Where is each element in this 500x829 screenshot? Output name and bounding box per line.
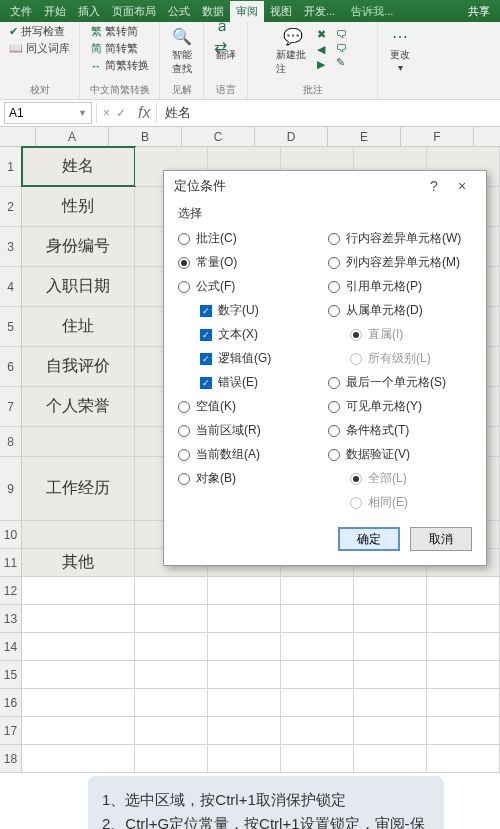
cell[interactable]: [354, 745, 427, 772]
cell[interactable]: [135, 689, 208, 716]
check-errors[interactable]: 错误(E): [178, 374, 322, 391]
option-coldiff[interactable]: 列内容差异单元格(M): [328, 254, 472, 271]
tab-layout[interactable]: 页面布局: [106, 1, 162, 22]
cell[interactable]: [135, 661, 208, 688]
cell[interactable]: [22, 427, 135, 456]
row-header[interactable]: 6: [0, 347, 22, 386]
col-header-a[interactable]: A: [36, 127, 109, 146]
cell[interactable]: [281, 745, 354, 772]
cell[interactable]: [208, 577, 281, 604]
check-logic[interactable]: 逻辑值(G): [178, 350, 322, 367]
cell[interactable]: [427, 745, 500, 772]
option-dependents[interactable]: 从属单元格(D): [328, 302, 472, 319]
cell[interactable]: [22, 745, 135, 772]
cell[interactable]: 身份编号: [22, 227, 135, 266]
cell[interactable]: [208, 745, 281, 772]
new-comment-button[interactable]: 💬新建批注: [276, 24, 310, 76]
select-all-corner[interactable]: [0, 127, 36, 146]
close-button[interactable]: ×: [448, 178, 476, 194]
cell[interactable]: 其他: [22, 549, 135, 576]
cell[interactable]: [135, 605, 208, 632]
row-header[interactable]: 9: [0, 457, 22, 520]
cell[interactable]: [427, 717, 500, 744]
cell[interactable]: [22, 717, 135, 744]
row-header[interactable]: 8: [0, 427, 22, 456]
option-objects[interactable]: 对象(B): [178, 470, 322, 487]
cancel-edit-icon[interactable]: ×: [103, 106, 110, 120]
help-button[interactable]: ?: [420, 178, 448, 194]
trad-to-simp-button[interactable]: 简简转繁: [88, 41, 152, 56]
col-header-e[interactable]: E: [328, 127, 401, 146]
option-region[interactable]: 当前区域(R): [178, 422, 322, 439]
option-last[interactable]: 最后一个单元格(S): [328, 374, 472, 391]
cell[interactable]: [22, 521, 135, 548]
row-header[interactable]: 10: [0, 521, 22, 548]
cell[interactable]: [22, 577, 135, 604]
show-comment-button[interactable]: 🗨: [333, 28, 350, 40]
cell[interactable]: [281, 717, 354, 744]
cell[interactable]: 自我评价: [22, 347, 135, 386]
convert-button[interactable]: ↔简繁转换: [88, 58, 152, 73]
prev-comment-button[interactable]: ◀: [314, 43, 329, 56]
cell[interactable]: [208, 689, 281, 716]
cell[interactable]: [281, 689, 354, 716]
name-box[interactable]: A1▼: [4, 102, 92, 124]
cell[interactable]: [281, 661, 354, 688]
cell[interactable]: [427, 661, 500, 688]
spellcheck-button[interactable]: ✔拼写检查: [6, 24, 73, 39]
cancel-button[interactable]: 取消: [410, 527, 472, 551]
cell[interactable]: [281, 577, 354, 604]
cell[interactable]: [427, 689, 500, 716]
option-formulas[interactable]: 公式(F): [178, 278, 322, 295]
thesaurus-button[interactable]: 📖同义词库: [6, 41, 73, 56]
accept-edit-icon[interactable]: ✓: [116, 106, 126, 120]
cell[interactable]: [354, 689, 427, 716]
cell[interactable]: 个人荣誉: [22, 387, 135, 426]
cell[interactable]: 入职日期: [22, 267, 135, 306]
cell[interactable]: [135, 577, 208, 604]
row-header[interactable]: 15: [0, 661, 22, 688]
tab-insert[interactable]: 插入: [72, 1, 106, 22]
option-blanks[interactable]: 空值(K): [178, 398, 322, 415]
row-header[interactable]: 18: [0, 745, 22, 772]
row-header[interactable]: 1: [0, 147, 22, 186]
cell[interactable]: 姓名: [22, 147, 135, 186]
cell[interactable]: [427, 577, 500, 604]
col-header-d[interactable]: D: [255, 127, 328, 146]
option-rowdiff[interactable]: 行内容差异单元格(W): [328, 230, 472, 247]
tell-me[interactable]: 告诉我...: [341, 4, 462, 19]
check-text[interactable]: 文本(X): [178, 326, 322, 343]
cell[interactable]: [354, 717, 427, 744]
option-comments[interactable]: 批注(C): [178, 230, 322, 247]
row-header[interactable]: 5: [0, 307, 22, 346]
cell[interactable]: [22, 689, 135, 716]
option-precedents[interactable]: 引用单元格(P): [328, 278, 472, 295]
cell[interactable]: [22, 605, 135, 632]
row-header[interactable]: 3: [0, 227, 22, 266]
row-header[interactable]: 7: [0, 387, 22, 426]
row-header[interactable]: 2: [0, 187, 22, 226]
cell[interactable]: [208, 661, 281, 688]
changes-button[interactable]: ⋯更改▾: [383, 24, 417, 73]
cell[interactable]: [354, 577, 427, 604]
fx-icon[interactable]: fx: [132, 104, 156, 122]
delete-comment-button[interactable]: ✖: [314, 28, 329, 41]
cell[interactable]: 性别: [22, 187, 135, 226]
col-header-b[interactable]: B: [109, 127, 182, 146]
tab-dev[interactable]: 开发...: [298, 1, 341, 22]
cell[interactable]: [135, 717, 208, 744]
option-visible[interactable]: 可见单元格(Y): [328, 398, 472, 415]
cell[interactable]: [22, 633, 135, 660]
ok-button[interactable]: 确定: [338, 527, 400, 551]
col-header-f[interactable]: F: [401, 127, 474, 146]
cell[interactable]: [281, 605, 354, 632]
row-header[interactable]: 11: [0, 549, 22, 576]
row-header[interactable]: 12: [0, 577, 22, 604]
col-header-c[interactable]: C: [182, 127, 255, 146]
smart-lookup-button[interactable]: 🔍智能 查找: [165, 24, 199, 76]
option-constants[interactable]: 常量(O): [178, 254, 322, 271]
cell[interactable]: [354, 661, 427, 688]
cell[interactable]: [281, 633, 354, 660]
cell[interactable]: [208, 717, 281, 744]
row-header[interactable]: 16: [0, 689, 22, 716]
